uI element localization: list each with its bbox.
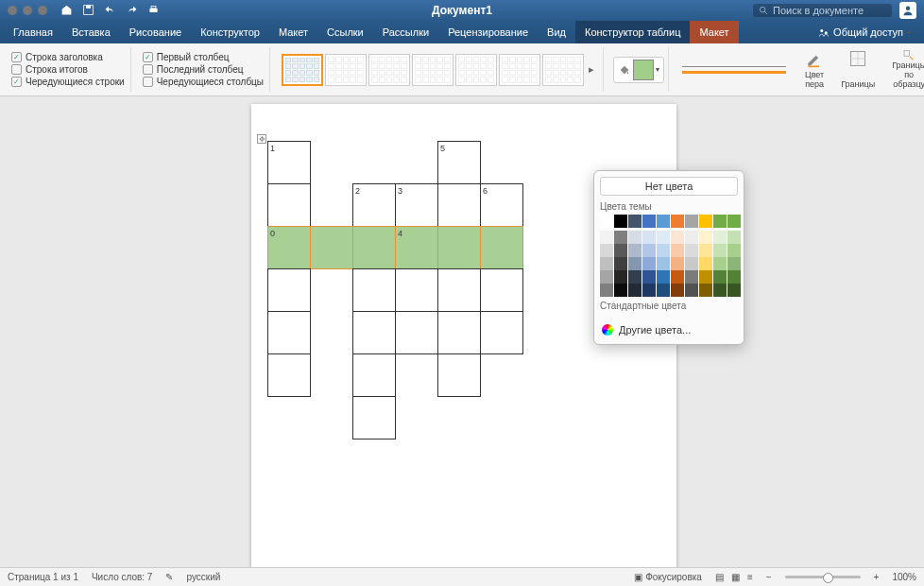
shading-button[interactable]: ▾ [613, 57, 664, 83]
cell-r6c2[interactable] [352, 396, 396, 440]
color-swatch[interactable] [685, 257, 698, 270]
cell-r1c5[interactable]: 6 [480, 183, 523, 227]
cell-r2c4[interactable] [437, 226, 481, 269]
color-swatch[interactable] [628, 231, 642, 244]
status-page[interactable]: Страница 1 из 1 [8, 572, 78, 582]
status-language[interactable]: русский [186, 572, 220, 582]
color-swatch[interactable] [727, 244, 741, 257]
crossword-table[interactable]: 1 5 2 3 6 0 4 [268, 142, 523, 440]
cell-r3c2[interactable] [352, 268, 396, 312]
color-swatch[interactable] [727, 231, 741, 244]
search-input[interactable] [773, 5, 886, 16]
color-swatch[interactable] [713, 270, 727, 284]
cell-r1c2[interactable]: 2 [352, 183, 396, 227]
cell-r4c5[interactable] [480, 311, 523, 354]
cell-r4c2[interactable] [352, 311, 396, 354]
table-style-6[interactable] [499, 54, 540, 86]
color-swatch[interactable] [642, 257, 656, 270]
cell-r3c5[interactable] [480, 268, 523, 312]
color-swatch[interactable] [657, 231, 670, 244]
color-swatch[interactable] [642, 284, 656, 297]
tab-draw[interactable]: Рисование [120, 21, 191, 43]
color-swatch[interactable] [671, 231, 684, 244]
tab-layout[interactable]: Макет [269, 21, 317, 43]
color-swatch[interactable] [642, 270, 656, 284]
color-swatch[interactable] [657, 257, 670, 270]
tab-design[interactable]: Конструктор [191, 21, 269, 43]
color-swatch[interactable] [671, 284, 684, 297]
table-anchor-icon[interactable]: ✥ [257, 134, 266, 144]
color-swatch[interactable] [671, 257, 684, 270]
color-swatch[interactable] [614, 231, 627, 244]
cell-r5c0[interactable] [267, 353, 311, 397]
color-swatch[interactable] [713, 257, 727, 270]
check-total-row[interactable]: Строка итогов [11, 64, 125, 75]
color-swatch[interactable] [671, 270, 684, 284]
redo-icon[interactable] [126, 4, 138, 18]
tab-table-layout[interactable]: Макет [690, 21, 738, 43]
color-swatch[interactable] [685, 231, 698, 244]
color-swatch[interactable] [727, 257, 741, 270]
color-swatch[interactable] [671, 215, 684, 228]
color-swatch[interactable] [713, 231, 727, 244]
cell-r1c3[interactable]: 3 [395, 183, 438, 227]
border-style-thick[interactable] [682, 71, 786, 74]
styles-more-button[interactable]: ▸ [586, 63, 597, 76]
tab-mailings[interactable]: Рассылки [373, 21, 438, 43]
more-colors-button[interactable]: Другие цвета... [600, 321, 738, 338]
status-words[interactable]: Число слов: 7 [92, 572, 152, 582]
tab-review[interactable]: Рецензирование [438, 21, 538, 43]
table-style-3[interactable] [368, 54, 410, 86]
color-swatch[interactable] [600, 244, 613, 257]
cell-r2c3[interactable]: 4 [395, 226, 438, 269]
cell-r4c3[interactable] [395, 311, 438, 354]
color-swatch[interactable] [713, 244, 727, 257]
tab-view[interactable]: Вид [538, 21, 575, 43]
pen-color-button[interactable]: Цвет пера [799, 47, 830, 92]
color-swatch[interactable] [713, 215, 727, 228]
borders-button[interactable]: Границы [835, 47, 881, 92]
color-swatch[interactable] [657, 215, 670, 228]
color-swatch[interactable] [671, 244, 684, 257]
color-swatch[interactable] [713, 284, 727, 297]
color-swatch[interactable] [614, 270, 627, 284]
cell-r5c4[interactable] [437, 353, 481, 397]
check-header-row[interactable]: Строка заголовка [11, 52, 125, 62]
cell-r4c4[interactable] [437, 311, 481, 354]
view-web-icon[interactable]: ▦ [731, 572, 740, 582]
table-style-2[interactable] [325, 54, 367, 86]
color-swatch[interactable] [614, 257, 627, 270]
status-spellcheck-icon[interactable]: ✎ [165, 572, 173, 582]
print-icon[interactable] [147, 4, 160, 18]
table-style-4[interactable] [412, 54, 453, 86]
tab-references[interactable]: Ссылки [317, 21, 373, 43]
color-swatch[interactable] [600, 257, 613, 270]
save-icon[interactable] [82, 4, 94, 18]
cell-r0c4[interactable]: 5 [437, 141, 481, 184]
tab-insert[interactable]: Вставка [62, 21, 120, 43]
cell-r2c0[interactable]: 0 [267, 226, 311, 269]
color-swatch[interactable] [699, 284, 712, 297]
share-button[interactable]: Общий доступ ▾ [809, 21, 920, 43]
zoom-out-button[interactable]: − [766, 572, 772, 582]
view-print-icon[interactable]: ▤ [715, 572, 724, 582]
cell-r2c5[interactable] [480, 226, 523, 269]
color-swatch[interactable] [657, 270, 670, 284]
color-swatch[interactable] [600, 231, 613, 244]
cell-r1c0[interactable] [267, 183, 311, 227]
cell-r5c2[interactable] [352, 353, 396, 397]
undo-icon[interactable] [104, 4, 116, 18]
color-swatch[interactable] [727, 215, 741, 228]
color-swatch[interactable] [628, 257, 642, 270]
color-swatch[interactable] [727, 284, 741, 297]
cell-r1c4[interactable] [437, 183, 481, 227]
color-swatch[interactable] [628, 244, 642, 257]
check-banded-rows[interactable]: Чередующиеся строки [11, 77, 125, 87]
user-avatar[interactable] [899, 2, 916, 19]
color-swatch[interactable] [614, 244, 627, 257]
check-first-col[interactable]: Первый столбец [143, 52, 264, 62]
color-swatch[interactable] [642, 215, 656, 228]
focus-mode-button[interactable]: ▣ Фокусировка [634, 572, 702, 582]
color-swatch[interactable] [642, 244, 656, 257]
color-swatch[interactable] [699, 244, 712, 257]
